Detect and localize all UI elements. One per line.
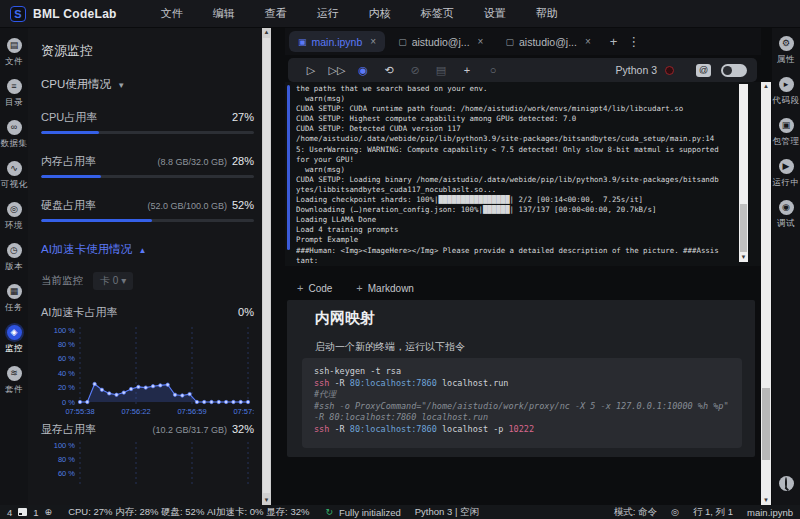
kernel-sessions-icon[interactable]: ⊕ — [45, 507, 53, 517]
gauge-value: 52% — [232, 199, 254, 211]
code-token: #ssh -o ProxyCommand="/home/aistudio/wor… — [314, 401, 729, 423]
add-markdown-button[interactable]: + Markdown — [356, 282, 414, 294]
sidebar-item-监控[interactable]: ◈监控 — [5, 325, 23, 355]
add-cell-button[interactable]: + — [454, 64, 480, 76]
close-tab-icon[interactable]: × — [478, 36, 484, 47]
monitor-label: 当前监控 — [41, 274, 83, 288]
menu-item-设置[interactable]: 设置 — [476, 3, 514, 24]
current-filename: main.ipynb — [747, 507, 793, 518]
add-code-button[interactable]: + Code — [297, 282, 332, 294]
scrollbar-thumb[interactable] — [740, 204, 747, 252]
kernel-status-icon[interactable] — [665, 66, 674, 75]
tab-aistudio@j...[interactable]: ▢aistudio@j...× — [496, 31, 599, 52]
scroll-up-icon[interactable]: ▲ — [262, 28, 271, 37]
sidebar-item-版本[interactable]: ◷版本 — [5, 243, 23, 273]
sidebar-item-运行中[interactable]: ▶运行中 — [773, 159, 800, 189]
add-cell-row: + Code + Markdown — [297, 282, 414, 294]
properties-icon: ⚙ — [779, 36, 794, 51]
menu-item-文件[interactable]: 文件 — [153, 3, 191, 24]
menu-item-帮助[interactable]: 帮助 — [528, 3, 566, 24]
output-line: warn(msg) — [296, 165, 735, 175]
restart-and-run-button[interactable]: ◉ — [350, 64, 376, 77]
vram-usage-chart: 100 %80 %60 %40 %20 %0 % — [41, 437, 254, 484]
magnifier-glyph — [785, 477, 787, 489]
card-select-dropdown[interactable]: 卡 0 ▾ — [93, 272, 133, 290]
tab-aistudio@j...[interactable]: ▢aistudio@j...× — [389, 31, 492, 52]
sidebar-item-[interactable] — [779, 476, 794, 491]
sidebar-item-label: 可视化 — [1, 179, 28, 191]
tab-label: aistudio@j... — [519, 36, 577, 48]
gauge-label: 硬盘占用率 — [41, 198, 96, 213]
menu-item-内核[interactable]: 内核 — [361, 3, 399, 24]
status-bar: 4 1 ⊕ CPU: 27% 内存: 28% 硬盘: 52% AI加速卡: 0%… — [0, 505, 800, 519]
cell-output-text: the paths that we search based on your e… — [296, 84, 735, 266]
code-line: ssh-keygen -t rsa — [314, 366, 730, 378]
sidebar-item-属性[interactable]: ⚙属性 — [777, 36, 795, 66]
active-cell-indicator — [287, 85, 290, 250]
output-line: 5: UserWarning: WARNING: Compute capabil… — [296, 145, 735, 155]
close-tab-icon[interactable]: × — [585, 36, 591, 47]
dataset-icon: ∞ — [7, 120, 22, 135]
menu-item-运行[interactable]: 运行 — [309, 3, 347, 24]
sidebar-item-目录[interactable]: ≡目录 — [5, 79, 23, 109]
tab-menu-button[interactable]: ⋮ — [627, 34, 640, 49]
sidebar-item-包管理[interactable]: ▣包管理 — [773, 118, 800, 148]
kernel-status[interactable]: Python 3 | 空闲 — [415, 506, 479, 519]
close-tab-icon[interactable]: × — [370, 36, 376, 47]
markdown-paragraph: 启动一个新的终端，运行以下指令 — [315, 340, 465, 354]
output-line: warn(msg) — [296, 94, 735, 104]
toggle-switch[interactable] — [721, 64, 747, 77]
menu-item-编辑[interactable]: 编辑 — [205, 3, 243, 24]
scroll-down-icon[interactable]: ▼ — [262, 496, 271, 505]
markdown-cell[interactable]: 内网映射 启动一个新的终端，运行以下指令 ssh-keygen -t rsass… — [287, 300, 755, 457]
scroll-down-icon[interactable]: ▼ — [739, 253, 748, 262]
sidebar-item-调试[interactable]: ◉调试 — [777, 200, 795, 230]
cpu-section-header[interactable]: CPU使用情况▼ — [41, 77, 254, 92]
sidebar-item-任务[interactable]: ▦任务 — [5, 284, 23, 314]
svg-text:60 %: 60 % — [58, 469, 75, 478]
sidebar-item-可视化[interactable]: ∿可视化 — [1, 161, 28, 191]
mode-indicator[interactable]: 模式: 命令 — [614, 506, 657, 519]
output-line: ###Human: <Img><ImageHere></Img> Please … — [296, 246, 735, 256]
output-line: Loading checkpoint shards: 100%|████████… — [296, 195, 735, 205]
record-button[interactable]: ○ — [480, 64, 506, 76]
menu-item-查看[interactable]: 查看 — [257, 3, 295, 24]
panel-scrollbar[interactable]: ▲ ▼ — [262, 28, 271, 505]
sidebar-item-环境[interactable]: ◎环境 — [5, 202, 23, 232]
new-tab-button[interactable]: + — [610, 34, 618, 49]
tab-main.ipynb[interactable]: ▣main.ipynb× — [289, 31, 385, 52]
scrollbar-thumb[interactable] — [263, 38, 270, 493]
kernel-name[interactable]: Python 3 — [616, 64, 657, 76]
code-line: ssh -R 80:localhost:7860 localhost -p 10… — [314, 424, 730, 436]
sidebar-item-数据集[interactable]: ∞数据集 — [1, 120, 28, 150]
run-cell-button[interactable]: ▷ — [298, 64, 324, 77]
gauge-detail: (52.0 GB/100.0 GB) — [147, 201, 227, 211]
page-title: 资源监控 — [41, 42, 254, 60]
at-badge-icon[interactable]: @ — [696, 64, 711, 77]
sidebar-item-代码段[interactable]: ▸代码段 — [773, 77, 800, 107]
output-line: Downloading (…)neration_config.json: 100… — [296, 205, 735, 215]
terminal-icon[interactable] — [18, 508, 27, 516]
monitor-icon: ◈ — [7, 325, 22, 340]
sidebar-item-套件[interactable]: ≋套件 — [5, 366, 23, 396]
code-token: localhost.run — [437, 378, 509, 388]
search-icon — [779, 476, 794, 491]
menu-item-标签页[interactable]: 标签页 — [413, 3, 462, 24]
sidebar-item-文件[interactable]: ▤文件 — [5, 38, 23, 68]
tab-label: aistudio@j... — [412, 36, 470, 48]
scrollbar-thumb[interactable] — [762, 388, 770, 460]
gauge-label: 内存占用率 — [41, 154, 96, 169]
toggle-knob — [723, 66, 732, 75]
run-all-button[interactable]: ▷▷ — [324, 64, 350, 77]
scroll-down-icon[interactable]: ▼ — [761, 496, 771, 505]
notification-bell-icon[interactable]: ◎ — [671, 507, 679, 517]
interrupt-kernel-button: ⊘ — [402, 64, 428, 77]
debug-icon: ◉ — [779, 200, 794, 215]
menu-items: 文件编辑查看运行内核标签页设置帮助 — [153, 3, 566, 24]
main-scrollbar[interactable]: ▲ ▼ — [761, 82, 771, 505]
restart-kernel-button[interactable]: ⟲ — [376, 64, 402, 77]
ai-section-header[interactable]: AI加速卡使用情况▲ — [41, 242, 254, 257]
scroll-up-icon[interactable]: ▲ — [761, 82, 771, 91]
chevron-up-icon: ▲ — [138, 246, 146, 255]
output-scrollbar[interactable]: ▼ — [739, 84, 748, 262]
